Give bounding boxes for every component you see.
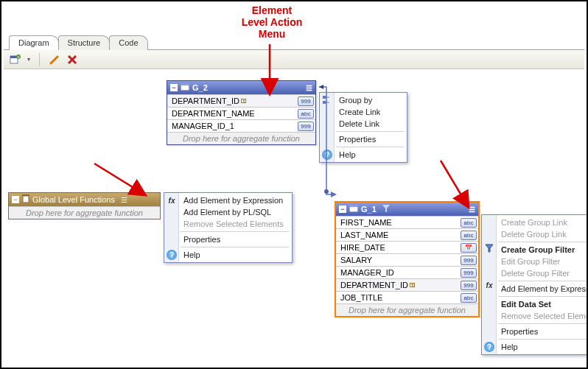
menu-item-create-group-filter[interactable]: Create Group Filter <box>482 244 588 256</box>
menu-item-delete-link[interactable]: Delete Link <box>320 118 407 130</box>
table-row[interactable]: FIRST_NAMEabc <box>336 216 478 228</box>
column-name: JOB_TITLE <box>340 293 382 302</box>
group-header-g2[interactable]: − G_2 ☰ <box>167 81 315 94</box>
key-icon: ⚿ <box>410 282 416 289</box>
column-name: DEPARTMENT_NAME <box>172 109 255 118</box>
menu-separator <box>181 247 289 247</box>
type-badge: 999 <box>461 281 477 290</box>
menu-separator <box>336 131 404 132</box>
key-icon: ⚿ <box>241 98 247 105</box>
table-row[interactable]: SALARY999 <box>336 253 478 266</box>
group-header-g1[interactable]: − G_1 ☰ <box>336 203 478 216</box>
callout-element-menu: ElementLevel ActionMenu <box>228 4 316 40</box>
type-badge: abc <box>461 231 477 240</box>
help-icon[interactable]: ? <box>484 342 494 352</box>
collapse-icon[interactable]: − <box>12 196 19 203</box>
menu-item-group-by[interactable]: Group by <box>320 94 407 106</box>
type-badge: 999 <box>298 96 314 106</box>
filter-icon <box>382 205 390 214</box>
help-icon[interactable]: ? <box>322 150 332 160</box>
edit-icon[interactable] <box>49 54 60 66</box>
menu-item-help[interactable]: Help <box>482 341 588 353</box>
delete-icon[interactable] <box>66 54 78 66</box>
global-action-menu: fx Add Element by Expression Add Element… <box>164 192 293 263</box>
group-panel-g1[interactable]: − G_1 ☰ FIRST_NAMEabc LAST_NAMEabc HIRE_… <box>335 202 479 317</box>
svg-line-4 <box>51 57 57 63</box>
help-icon[interactable]: ? <box>167 250 177 260</box>
column-name: SALARY <box>340 256 372 264</box>
global-functions-panel[interactable]: − Global Level Functions ☰ Drop here for… <box>8 192 161 219</box>
svg-marker-19 <box>331 191 337 197</box>
table-row[interactable]: DEPARTMENT_ID⚿999 <box>336 278 478 291</box>
svg-point-18 <box>324 189 329 194</box>
new-dataset-icon[interactable]: + <box>10 54 21 66</box>
menu-item-add-by-expr[interactable]: Add Element by Expression <box>164 194 292 206</box>
aggregate-dropzone[interactable]: Drop here for aggregate function <box>336 303 478 316</box>
type-badge: 999 <box>461 256 477 265</box>
aggregate-dropzone[interactable]: Drop here for aggregate function <box>167 132 315 144</box>
column-name: HIRE_DATE <box>340 243 385 252</box>
menu-separator <box>181 231 289 232</box>
menu-separator <box>498 281 588 281</box>
column-name: DEPARTMENT_ID <box>172 96 239 105</box>
tab-structure[interactable]: Structure <box>58 35 111 50</box>
type-badge: 999 <box>461 268 477 278</box>
column-name: LAST_NAME <box>340 231 388 239</box>
tab-strip: Diagram Structure Code <box>9 35 147 50</box>
tab-diagram[interactable]: Diagram <box>9 35 59 50</box>
menu-trigger-icon[interactable]: ☰ <box>121 196 127 204</box>
menu-item-create-group-link: Create Group Link <box>482 217 588 228</box>
svg-rect-8 <box>181 83 189 85</box>
menu-item-properties[interactable]: Properties <box>320 133 407 145</box>
menu-item-delete-group-filter: Delete Group Filter <box>482 267 588 279</box>
menu-trigger-icon[interactable]: ☰ <box>306 84 312 92</box>
svg-rect-13 <box>23 196 29 203</box>
dataset-icon <box>181 83 189 92</box>
table-row[interactable]: HIRE_DATE📅 <box>336 241 478 253</box>
column-name: FIRST_NAME <box>340 218 392 227</box>
svg-rect-16 <box>349 205 358 207</box>
menu-item-add-by-plsql[interactable]: Add Element by PL/SQL <box>164 206 292 218</box>
tab-code[interactable]: Code <box>109 35 147 50</box>
menu-separator <box>498 323 588 324</box>
column-name: MANAGER_ID <box>340 268 394 277</box>
menu-item-properties[interactable]: Properties <box>482 326 588 337</box>
menu-trigger-icon[interactable]: ☰ <box>469 205 475 214</box>
menu-item-edit-group-filter: Edit Group Filter <box>482 256 588 267</box>
svg-text:+: + <box>17 55 20 59</box>
menu-separator <box>336 147 404 147</box>
menu-item-help[interactable]: Help <box>164 249 292 261</box>
table-row[interactable]: DEPARTMENT_NAME abc <box>167 107 315 119</box>
diagram-area[interactable]: − G_2 ☰ DEPARTMENT_ID ⚿ 999 DEPARTMENT_N… <box>4 69 584 365</box>
table-row[interactable]: MANAGER_ID_1 999 <box>167 119 315 132</box>
type-badge: abc <box>461 218 477 228</box>
table-row[interactable]: JOB_TITLEabc <box>336 291 478 303</box>
global-title: Global Level Functions <box>32 195 115 204</box>
table-row[interactable]: LAST_NAMEabc <box>336 228 478 241</box>
collapse-icon[interactable]: − <box>339 205 346 213</box>
menu-separator <box>498 339 588 340</box>
type-badge: 📅 <box>461 243 477 253</box>
table-row[interactable]: DEPARTMENT_ID ⚿ 999 <box>167 94 315 107</box>
menu-item-add-by-expr[interactable]: Add Element by Expression <box>482 283 588 295</box>
menu-item-edit-data-set[interactable]: Edit Data Set <box>482 298 588 310</box>
element-action-menu: Group by Create Link Delete Link Propert… <box>319 92 407 163</box>
column-name: MANAGER_ID_1 <box>172 122 234 130</box>
toolbar: + ▾ <box>4 50 584 69</box>
menu-item-properties[interactable]: Properties <box>164 233 292 245</box>
group-title: G_2 <box>192 83 208 92</box>
column-name: DEPARTMENT_ID <box>340 281 408 289</box>
trash-icon <box>22 194 29 205</box>
toolbar-separator <box>39 53 40 66</box>
dataset-icon <box>349 205 358 214</box>
table-row[interactable]: MANAGER_ID999 <box>336 266 478 278</box>
group-title: G_1 <box>361 205 377 214</box>
collapse-icon[interactable]: − <box>170 84 178 91</box>
global-header[interactable]: − Global Level Functions ☰ <box>9 193 160 206</box>
menu-item-help[interactable]: Help <box>320 149 407 161</box>
menu-separator <box>498 296 588 297</box>
aggregate-dropzone[interactable]: Drop here for aggregate function <box>9 206 160 219</box>
menu-item-create-link[interactable]: Create Link <box>320 106 407 118</box>
svg-rect-14 <box>22 194 29 196</box>
group-panel-g2[interactable]: − G_2 ☰ DEPARTMENT_ID ⚿ 999 DEPARTMENT_N… <box>167 80 316 145</box>
